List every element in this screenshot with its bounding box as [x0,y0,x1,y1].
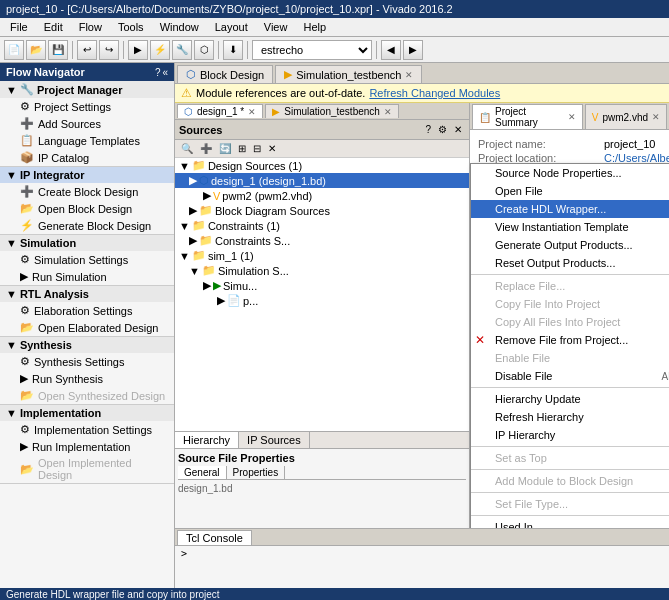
nav-item-label: Add Sources [38,118,101,130]
design1-close[interactable]: ✕ [248,107,256,117]
nav-item-create-block[interactable]: ➕ Create Block Design [0,183,174,200]
nav-item-open-impl[interactable]: 📂 Open Implemented Design [0,455,174,483]
tab-ip-sources[interactable]: IP Sources [239,432,310,448]
ctx-source-node-props[interactable]: Source Node Properties... Ctrl+E [471,164,669,182]
nav-section-project-manager-header[interactable]: ▼ 🔧 Project Manager [0,81,174,98]
tree-item-sim1[interactable]: ▼ 📁 sim_1 (1) [175,248,469,263]
nav-item-synth-settings[interactable]: ⚙ Synthesis Settings [0,353,174,370]
save-btn[interactable]: 💾 [48,40,68,60]
tree-item-simu[interactable]: ▶ ▶ Simu... [175,278,469,293]
ctx-view-instantiation[interactable]: View Instantiation Template [471,218,669,236]
prog-btn[interactable]: ⬇ [223,40,243,60]
nav-item-sim-settings[interactable]: ⚙ Simulation Settings [0,251,174,268]
nav-section-ip-header[interactable]: ▼ IP Integrator [0,167,174,183]
pm-icon: 🔧 [20,83,34,96]
run-impl-btn[interactable]: 🔧 [172,40,192,60]
nav-item-open-elab[interactable]: 📂 Open Elaborated Design [0,319,174,336]
tree-item[interactable]: ▼ 📁 Design Sources (1) [175,158,469,173]
tab-hierarchy[interactable]: Hierarchy [175,432,239,448]
menu-file[interactable]: File [2,18,36,36]
tab-project-summary[interactable]: 📋 Project Summary ✕ [472,104,583,129]
prev-btn[interactable]: ◀ [381,40,401,60]
undo-btn[interactable]: ↩ [77,40,97,60]
refresh-btn[interactable]: 🔄 [216,141,234,156]
nav-section-sim-header[interactable]: ▼ Simulation [0,235,174,251]
next-btn[interactable]: ▶ [403,40,423,60]
nav-item-elab-settings[interactable]: ⚙ Elaboration Settings [0,302,174,319]
search-btn[interactable]: 🔍 [178,141,196,156]
ctx-gen-output-products[interactable]: Generate Output Products... [471,236,669,254]
panel-help-btn[interactable]: ? [155,67,161,78]
nav-item-run-sim[interactable]: ▶ Run Simulation [0,268,174,285]
nav-item-impl-settings[interactable]: ⚙ Implementation Settings [0,421,174,438]
nav-item-generate-block[interactable]: ⚡ Generate Block Design [0,217,174,234]
rtl-triangle: ▼ [6,288,17,300]
nav-item-open-block[interactable]: 📂 Open Block Design [0,200,174,217]
tab-design1[interactable]: ⬡ design_1 * ✕ [177,104,263,118]
nav-item-run-synth[interactable]: ▶ Run Synthesis [0,370,174,387]
nav-section-synth-header[interactable]: ▼ Synthesis [0,337,174,353]
prop-tab-properties[interactable]: Properties [227,466,286,479]
expand-icon: ▼ [179,160,190,172]
tree-item-pwm2[interactable]: ▶ V pwm2 (pwm2.vhd) [175,188,469,203]
sources-close-btn[interactable]: ✕ [451,122,465,137]
nav-item-run-impl[interactable]: ▶ Run Implementation [0,438,174,455]
close-panel-btn[interactable]: ✕ [265,141,279,156]
sim-tb2-close[interactable]: ✕ [384,107,392,117]
menu-help[interactable]: Help [295,18,334,36]
tab-sim-testbench[interactable]: ▶ Simulation_testbench ✕ [275,65,422,83]
new-btn[interactable]: 📄 [4,40,24,60]
ctx-reset-output-products[interactable]: Reset Output Products... [471,254,669,272]
prop-tab-general[interactable]: General [178,466,227,479]
menu-tools[interactable]: Tools [110,18,152,36]
tree-item-simulation-s[interactable]: ▼ 📁 Simulation S... [175,263,469,278]
target-select[interactable]: estrecho [252,40,372,60]
tab-pwm2-vhd[interactable]: V pwm2.vhd ✕ [585,104,667,129]
tree-item-constraints[interactable]: ▼ 📁 Constraints (1) [175,218,469,233]
refresh-changed-modules-link[interactable]: Refresh Changed Modules [369,87,500,99]
sep1 [72,41,73,59]
nav-item-ip-catalog[interactable]: 📦 IP Catalog [0,149,174,166]
expand-btn[interactable]: ⊞ [235,141,249,156]
nav-section-rtl-header[interactable]: ▼ RTL Analysis [0,286,174,302]
collapse-btn[interactable]: ⊟ [250,141,264,156]
tree-item-p[interactable]: ▶ 📄 p... [175,293,469,308]
redo-btn[interactable]: ↪ [99,40,119,60]
nav-section-impl-header[interactable]: ▼ Implementation [0,405,174,421]
menu-flow[interactable]: Flow [71,18,110,36]
menu-layout[interactable]: Layout [207,18,256,36]
tree-item-design1[interactable]: ▶ ⬡ design_1 (design_1.bd) [175,173,469,188]
add-source-btn[interactable]: ➕ [197,141,215,156]
ctx-remove-file[interactable]: ✕ Remove File from Project... Suprimir [471,331,669,349]
ctx-used-in[interactable]: Used In... [471,518,669,528]
ctx-hierarchy-update[interactable]: Hierarchy Update ▶ [471,390,669,408]
tab-tcl-console[interactable]: Tcl Console [177,530,252,545]
nav-item-language-templates[interactable]: 📋 Language Templates [0,132,174,149]
menu-window[interactable]: Window [152,18,207,36]
ctx-ip-hierarchy[interactable]: IP Hierarchy ▶ [471,426,669,444]
ctx-disable-file[interactable]: Disable File Alt+Menos [471,367,669,385]
tree-item-block-diagram-sources[interactable]: ▶ 📁 Block Diagram Sources [175,203,469,218]
nav-item-project-settings[interactable]: ⚙ Project Settings [0,98,174,115]
ctx-refresh-hierarchy[interactable]: Refresh Hierarchy [471,408,669,426]
sources-help-btn[interactable]: ? [422,122,434,137]
tab-sim-tb2[interactable]: ▶ Simulation_testbench ✕ [265,104,399,118]
ps-close[interactable]: ✕ [568,112,576,122]
tab-block-design[interactable]: ⬡ Block Design [177,65,273,83]
run-synth-btn[interactable]: ⚡ [150,40,170,60]
ctx-add-module-block: Add Module to Block Design [471,472,669,490]
menu-edit[interactable]: Edit [36,18,71,36]
sim-tab-close[interactable]: ✕ [405,70,413,80]
ctx-open-file[interactable]: Open File Alt+O [471,182,669,200]
open-btn[interactable]: 📂 [26,40,46,60]
run-sim-btn[interactable]: ▶ [128,40,148,60]
tree-item-constraints-s[interactable]: ▶ 📁 Constraints S... [175,233,469,248]
menu-view[interactable]: View [256,18,296,36]
sources-options-btn[interactable]: ⚙ [435,122,450,137]
ctx-create-hdl-wrapper[interactable]: Create HDL Wrapper... [471,200,669,218]
panel-collapse-btn[interactable]: « [162,67,168,78]
nav-item-open-synth[interactable]: 📂 Open Synthesized Design [0,387,174,404]
nav-item-add-sources[interactable]: ➕ Add Sources [0,115,174,132]
gen-bit-btn[interactable]: ⬡ [194,40,214,60]
pwm2-close[interactable]: ✕ [652,112,660,122]
